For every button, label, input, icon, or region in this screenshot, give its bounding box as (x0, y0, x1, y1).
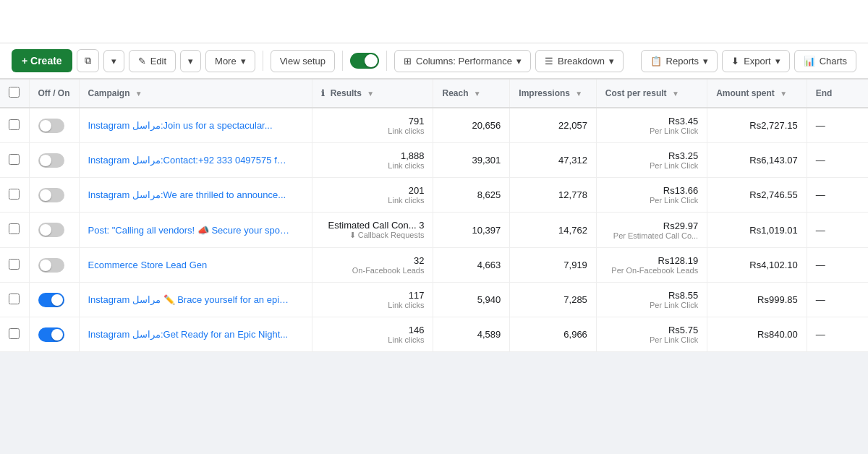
row-end-cell: — (807, 143, 868, 178)
row-checkbox[interactable] (9, 119, 20, 130)
cost-primary: Rs29.97 (663, 220, 698, 231)
view-setup-label: View setup (280, 56, 326, 67)
row-toggle[interactable] (38, 188, 64, 202)
campaign-link[interactable]: Instagram مراسل:We are thrilled to annou… (88, 189, 291, 200)
table-row: Ecommerce Store Lead Gen 32 On-Facebook … (0, 248, 868, 283)
row-impressions-cell: 7,285 (510, 283, 597, 317)
row-checkbox[interactable] (9, 223, 20, 234)
th-results[interactable]: ℹ Results ▼ (312, 80, 433, 108)
row-toggle[interactable] (38, 223, 64, 237)
row-toggle[interactable] (38, 258, 64, 273)
edit-button[interactable]: ✎ Edit (129, 50, 176, 72)
row-toggle[interactable] (38, 119, 64, 133)
cost-primary: Rs3.25 (668, 150, 698, 161)
more-button[interactable]: More ▾ (205, 50, 255, 72)
create-button[interactable]: + Create (12, 49, 72, 72)
breakdown-label: Breakdown (558, 56, 605, 67)
more-chevron-icon: ▾ (241, 56, 246, 67)
row-checkbox-cell (0, 108, 29, 143)
campaign-link[interactable]: Post: "Calling all vendors! 📣 Secure you… (88, 225, 291, 236)
table-header-row: Off / On Campaign ▼ ℹ Results ▼ Reach ▼ … (0, 80, 868, 108)
chevron-down-icon: ▾ (111, 56, 116, 67)
charts-button[interactable]: 📊 Charts (794, 50, 856, 72)
row-checkbox[interactable] (9, 328, 20, 339)
th-checkbox (0, 80, 29, 108)
end-value: — (816, 189, 825, 200)
reports-button[interactable]: 📋 Reports ▾ (641, 50, 718, 72)
row-end-cell: — (807, 213, 868, 248)
amount-value: Rs2,727.15 (749, 120, 798, 131)
campaign-link[interactable]: Instagram مراسل:Get Ready for an Epic Ni… (88, 329, 291, 340)
th-cost-per-result[interactable]: Cost per result ▼ (596, 80, 707, 108)
results-label: Link clicks (321, 301, 424, 309)
reports-icon: 📋 (650, 56, 662, 67)
breakdown-icon: ☰ (545, 56, 553, 67)
results-primary: 1,888 (321, 150, 424, 161)
row-checkbox[interactable] (9, 154, 20, 165)
row-toggle-cell (29, 143, 79, 178)
row-toggle-cell (29, 248, 79, 283)
campaign-sort-icon: ▼ (135, 90, 142, 98)
row-impressions-cell: 14,762 (510, 213, 597, 248)
row-campaign-cell: Instagram مراسل:Contact:+92 333 0497575 … (79, 143, 312, 178)
row-checkbox[interactable] (9, 294, 20, 304)
end-value: — (816, 155, 825, 166)
row-toggle-cell (29, 317, 79, 352)
cost-primary: Rs128.19 (658, 255, 699, 266)
row-campaign-cell: Post: "Calling all vendors! 📣 Secure you… (79, 213, 312, 248)
cost-label: Per On-Facebook Leads (605, 266, 698, 275)
row-impressions-cell: 22,057 (510, 108, 597, 143)
results-label: On-Facebook Leads (321, 266, 424, 275)
row-toggle[interactable] (38, 293, 64, 307)
select-all-checkbox[interactable] (9, 87, 20, 98)
divider-2 (342, 51, 343, 71)
dropdown-arrow-button[interactable]: ▾ (103, 50, 124, 72)
th-reach[interactable]: Reach ▼ (433, 80, 510, 108)
breakdown-button[interactable]: ☰ Breakdown ▾ (535, 50, 624, 72)
row-campaign-cell: Instagram مراسل:We are thrilled to annou… (79, 178, 312, 213)
impressions-value: 47,312 (558, 155, 587, 166)
duplicate-button[interactable]: ⧉ (77, 49, 99, 72)
table-row: Instagram مراسل:Join us for a spectacula… (0, 108, 868, 143)
impressions-value: 22,057 (558, 120, 587, 131)
table-row: Instagram مراسل:Get Ready for an Epic Ni… (0, 317, 868, 352)
row-checkbox[interactable] (9, 189, 20, 200)
table-container: Off / On Campaign ▼ ℹ Results ▼ Reach ▼ … (0, 79, 868, 352)
results-info-icon: ℹ (321, 88, 325, 98)
row-toggle[interactable] (38, 153, 64, 168)
row-results-cell: 146 Link clicks (312, 317, 433, 352)
export-button[interactable]: ⬇ Export ▾ (722, 50, 790, 72)
amount-value: Rs2,746.55 (749, 189, 798, 200)
columns-button[interactable]: ⊞ Columns: Performance ▾ (394, 50, 531, 72)
row-results-cell: 791 Link clicks (312, 108, 433, 143)
th-end[interactable]: End (807, 80, 868, 108)
end-value: — (816, 225, 825, 236)
th-campaign[interactable]: Campaign ▼ (79, 80, 312, 108)
amount-sort-icon: ▼ (780, 90, 787, 98)
campaign-link[interactable]: Instagram مراسل:Join us for a spectacula… (88, 120, 291, 131)
campaign-link[interactable]: Ecommerce Store Lead Gen (88, 260, 291, 270)
results-primary: 32 (321, 255, 424, 266)
row-checkbox[interactable] (9, 259, 20, 270)
reach-value: 39,301 (472, 155, 501, 166)
row-cost-cell: Rs29.97 Per Estimated Call Co... (596, 213, 707, 248)
view-setup-button[interactable]: View setup (271, 50, 335, 72)
amount-value: Rs4,102.10 (749, 260, 798, 270)
chevron-down-icon-2: ▾ (188, 56, 193, 67)
campaigns-toggle[interactable] (350, 53, 379, 69)
row-campaign-cell: Instagram مراسل:Join us for a spectacula… (79, 108, 312, 143)
campaign-link[interactable]: Instagram مراسل ✏️ Brace yourself for an… (88, 294, 291, 305)
th-amount-spent[interactable]: Amount spent ▼ (707, 80, 807, 108)
results-sort-icon: ▼ (367, 90, 374, 98)
reports-chevron: ▾ (703, 56, 708, 67)
edit-dropdown-button[interactable]: ▾ (180, 50, 201, 72)
row-toggle-cell (29, 108, 79, 143)
cost-label: Per Estimated Call Co... (605, 231, 698, 240)
th-impressions[interactable]: Impressions ▼ (510, 80, 597, 108)
row-impressions-cell: 47,312 (510, 143, 597, 178)
export-chevron: ▾ (775, 56, 780, 67)
campaign-link[interactable]: Instagram مراسل:Contact:+92 333 0497575 … (88, 155, 291, 166)
duplicate-icon: ⧉ (85, 55, 91, 67)
row-toggle[interactable] (38, 327, 64, 342)
charts-label: Charts (820, 56, 847, 67)
